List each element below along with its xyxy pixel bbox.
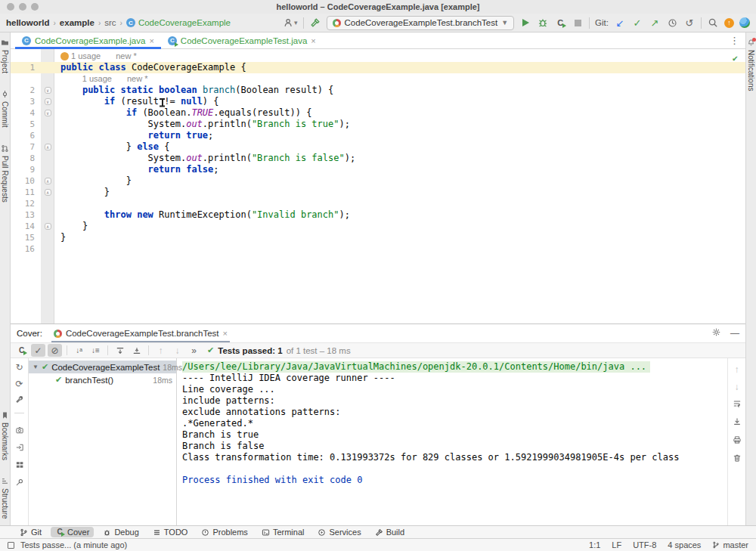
fold-expand-icon[interactable]: ∧ — [45, 144, 51, 150]
toolwindow-button-terminal[interactable]: Terminal — [257, 527, 309, 537]
breadcrumb-src[interactable]: src — [104, 18, 116, 27]
usage-count-hint[interactable]: 1 usage — [71, 51, 101, 62]
toolwindow-button-cover[interactable]: CCover — [51, 527, 94, 537]
test-tree[interactable]: ▼✔CodeCoverageExampleTest18ms✔branchTest… — [29, 358, 177, 525]
code-line[interactable]: 16 — [11, 243, 745, 255]
sidebar-item-project[interactable]: Project — [1, 39, 9, 73]
rerun-failed-icon[interactable]: ⟳ — [15, 379, 23, 389]
breadcrumb-module[interactable]: example — [60, 18, 94, 27]
profile-sphere-icon[interactable] — [739, 17, 750, 28]
status-caret-position[interactable]: 1:1 — [589, 540, 600, 549]
code-line[interactable]: 2∨ public static boolean branch(Boolean … — [11, 85, 745, 96]
code-line[interactable]: 13 throw new RuntimeException("Invalid b… — [11, 209, 745, 221]
status-encoding[interactable]: UTF-8 — [633, 540, 656, 549]
intention-bulb-icon[interactable] — [60, 52, 69, 60]
print-icon[interactable] — [733, 435, 742, 447]
usage-hint[interactable]: 1 usagenew * — [82, 73, 148, 85]
code-line[interactable]: 1public class CodeCoverageExample { — [11, 62, 745, 73]
close-icon[interactable]: × — [311, 36, 315, 45]
debug-button[interactable] — [537, 16, 549, 29]
test-tree-row[interactable]: ▼✔CodeCoverageExampleTest18ms — [29, 361, 176, 373]
snapshot-camera-icon[interactable] — [15, 426, 24, 437]
rerun-icon[interactable]: ↻ — [15, 362, 23, 373]
code-line[interactable]: 11∧ } — [11, 187, 745, 198]
status-message[interactable]: Tests passe... (a minute ago) — [20, 540, 127, 549]
usage-count-hint[interactable]: 1 usage — [82, 73, 112, 85]
toolwindow-toggle-icon[interactable] — [8, 542, 14, 549]
previous-occurrence-icon[interactable]: ↑ — [153, 344, 168, 357]
run-with-coverage-button[interactable]: C — [554, 16, 566, 29]
code-line[interactable]: 4∨ if (Boolean.TRUE.equals(result)) { — [11, 107, 745, 119]
status-indent-size[interactable]: 4 spaces — [668, 540, 701, 549]
usage-hint[interactable]: 1 usagenew * — [60, 51, 137, 62]
sidebar-item-commit[interactable]: Commit — [1, 90, 9, 127]
zoom-window-button[interactable] — [31, 3, 39, 11]
test-settings-wrench-icon[interactable] — [15, 395, 24, 407]
sidebar-item-structure[interactable]: Structure — [1, 477, 9, 519]
toolwindow-button-services[interactable]: Services — [313, 527, 365, 537]
fold-collapse-icon[interactable]: ∨ — [45, 87, 51, 94]
close-window-button[interactable] — [7, 3, 14, 11]
fold-collapse-icon[interactable]: ∨ — [45, 98, 51, 105]
fold-expand-icon[interactable]: ∧ — [45, 189, 51, 196]
test-tree-row[interactable]: ✔branchTest()18ms — [29, 373, 176, 386]
code-line[interactable]: 8 System.out.println("Branch is false"); — [11, 153, 745, 164]
status-line-ending[interactable]: LF — [612, 540, 621, 549]
down-stacktrace-icon[interactable]: ↓ — [735, 382, 739, 392]
code-editor[interactable]: ✔ 1 usagenew *1public class CodeCoverage… — [11, 49, 745, 323]
layout-icon[interactable] — [15, 460, 24, 472]
inspections-ok-icon[interactable]: ✔ — [733, 53, 738, 63]
tab-options-icon[interactable]: ⋮ — [730, 33, 745, 48]
search-icon[interactable] — [707, 16, 719, 29]
toolwindow-button-debug[interactable]: Debug — [98, 527, 143, 537]
sidebar-item-pull-requests[interactable]: Pull Requests — [1, 144, 9, 203]
toolwindow-button-problems[interactable]: Problems — [197, 527, 252, 537]
show-passed-toggle[interactable]: ✓ — [31, 344, 45, 357]
code-line[interactable]: 14∧ } — [11, 221, 745, 232]
editor-tab-inactive[interactable]: CCodeCoverageExampleTest.java× — [161, 33, 323, 48]
more-chevrons-icon[interactable]: » — [187, 344, 201, 357]
close-icon[interactable]: × — [149, 36, 153, 45]
code-line[interactable]: 9 return false; — [11, 164, 745, 175]
minimize-icon[interactable]: — — [730, 328, 739, 339]
minimize-window-button[interactable] — [19, 3, 26, 11]
code-line[interactable]: 3∨ if (result != null) { — [11, 96, 745, 107]
stop-button[interactable] — [572, 16, 584, 29]
expand-all-icon[interactable] — [113, 344, 127, 357]
rollback-icon[interactable]: ↺ — [683, 16, 696, 29]
show-ignored-toggle[interactable]: ⊘ — [48, 344, 62, 357]
clear-all-trash-icon[interactable] — [733, 453, 742, 465]
sort-by-duration-icon[interactable]: ↓≡ — [88, 344, 103, 357]
fold-expand-icon[interactable]: ∧ — [45, 178, 51, 184]
console-output[interactable]: /Users/lee/Library/Java/JavaVirtualMachi… — [177, 358, 727, 525]
breadcrumb-class[interactable]: C CodeCoverageExample — [126, 18, 231, 27]
collapse-all-icon[interactable] — [129, 344, 144, 357]
toolwindow-button-build[interactable]: Build — [370, 527, 409, 537]
run-configuration-select[interactable]: CodeCoverageExampleTest.branchTest ▼ — [327, 16, 515, 30]
code-line[interactable]: 15} — [11, 232, 745, 243]
breadcrumb-project[interactable]: helloworld — [6, 18, 50, 27]
sidebar-item-notifications[interactable]: Notifications — [747, 39, 755, 91]
toolwindow-button-git[interactable]: Git — [15, 527, 46, 537]
fold-collapse-icon[interactable]: ∨ — [45, 110, 51, 116]
soft-wrap-icon[interactable] — [733, 399, 742, 410]
sort-alphabetically-icon[interactable]: ↓ᵃ — [72, 344, 86, 357]
fold-expand-icon[interactable]: ∧ — [45, 223, 51, 230]
code-with-me-icon[interactable]: ▾ — [284, 16, 298, 29]
close-icon[interactable]: × — [223, 329, 228, 338]
code-line[interactable]: 12 — [11, 198, 745, 209]
coverage-tab[interactable]: CodeCoverageExampleTest.branchTest × — [51, 324, 230, 342]
git-commit-icon[interactable]: ✓ — [631, 16, 643, 29]
run-button[interactable] — [519, 16, 531, 29]
toolwindow-button-todo[interactable]: TODO — [148, 527, 193, 537]
code-line[interactable]: 6 return true; — [11, 130, 745, 141]
next-occurrence-icon[interactable]: ↓ — [170, 344, 184, 357]
history-clock-icon[interactable] — [666, 16, 678, 29]
git-update-icon[interactable]: ↙ — [614, 16, 626, 29]
pin-icon[interactable] — [15, 478, 24, 489]
import-tests-icon[interactable] — [15, 443, 24, 454]
status-git-branch[interactable]: master — [712, 540, 748, 549]
code-line[interactable]: 7∧ } else { — [11, 141, 745, 153]
up-stacktrace-icon[interactable]: ↑ — [735, 364, 739, 375]
sidebar-item-bookmarks[interactable]: Bookmarks — [1, 411, 9, 460]
